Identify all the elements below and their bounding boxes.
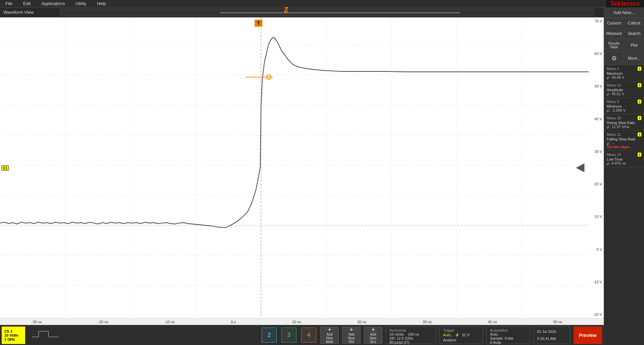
ch1-info[interactable]: Ch 1 10 V/div 1 GHz: [2, 327, 25, 344]
meas-10-value: µ': 11.97 V/ns: [607, 125, 641, 129]
meas-12-item[interactable]: Meas 12 1 Amplitude µ': 45.61 V: [604, 81, 644, 98]
y-label-n20v: -20 V: [589, 312, 602, 317]
waveform-area: Waveform View T: [0, 7, 604, 345]
meas-11-error: Too few edges: [607, 145, 641, 149]
menu-edit[interactable]: Edit: [21, 0, 33, 7]
acquisition-label: Acquisition: [490, 328, 526, 332]
acquisition-mode: Auto,: [490, 332, 526, 336]
ch1-indicator[interactable]: C1: [2, 165, 9, 170]
ch1-waveform-icon: [29, 327, 62, 344]
x-label-n20ns: -20 ns: [98, 320, 108, 324]
meas-11-type: Falling Slew Rate: [607, 137, 641, 141]
meas-13-name: Meas 13: [607, 153, 621, 157]
x-label-50ns: 50 ns: [553, 320, 562, 324]
y-label-n10v: -10 V: [589, 280, 602, 284]
x-label-20ns: 20 ns: [357, 320, 366, 324]
menu-utility[interactable]: Utility: [73, 0, 88, 7]
add-new-ref-btn[interactable]: + Add New Ref: [342, 327, 361, 344]
x-axis-labels: -30 ns -20 ns -10 ns 0,s 10 ns 20 ns 30 …: [0, 318, 604, 325]
svg-rect-0: [0, 17, 589, 318]
add-new-math-btn[interactable]: + Add New Math: [320, 327, 339, 344]
meas-10-type: Rising Slew Rate: [607, 121, 641, 125]
menu-file[interactable]: File: [3, 0, 14, 7]
trigger-mode: Auto, ⚡ 32 V: [443, 333, 479, 337]
results-table-button[interactable]: ResultsTable: [604, 39, 624, 52]
y-label-60v: 60 V: [589, 52, 602, 56]
timeline-range: [220, 12, 460, 13]
svg-text:T: T: [257, 20, 260, 26]
trigger-info[interactable]: Trigger Auto, ⚡ 32 V Analyze: [439, 327, 483, 344]
meas-13-item[interactable]: Meas 13 1 Low Time µ': 4.975 ns: [604, 151, 644, 167]
acquisition-info[interactable]: Acquisition Auto, Sample: 8 bits 0 Acqs: [486, 327, 530, 344]
right-panel: Add New... Cursors Callout Measure Searc…: [604, 7, 644, 345]
ch1-freq: 1 GHz: [4, 337, 22, 341]
measure-search-row: Measure Search: [604, 28, 644, 39]
horizontal-pspt: 80 ps/pt (IT): [389, 340, 432, 344]
meas-2-name: Meas 2: [607, 67, 619, 71]
cursors-button[interactable]: Cursors: [604, 18, 624, 28]
waveform-header: Waveform View T: [0, 7, 604, 17]
menu-help[interactable]: Help: [95, 0, 108, 7]
meas-12-type: Amplitude: [607, 88, 641, 92]
acquisition-acqs: 0 Acqs: [490, 340, 526, 344]
btn-2[interactable]: 2: [262, 328, 277, 343]
btn-4[interactable]: 4: [301, 328, 316, 343]
datetime-time: 5:33:41 AM: [537, 337, 567, 341]
btn-3[interactable]: 3: [281, 328, 297, 343]
measure-button[interactable]: Measure: [604, 28, 624, 39]
x-label-0s: 0,s: [231, 320, 236, 324]
ch1-vdiv: 10 V/div: [4, 333, 22, 337]
meas-13-badge: 1: [638, 153, 641, 157]
more-button[interactable]: More...: [624, 52, 644, 65]
acquisition-bits: Sample: 8 bits: [490, 336, 526, 340]
measurements-list: Meas 2 1 Maximum µ': 49.80 V Meas 12 1 A…: [604, 65, 644, 167]
meas-10-item[interactable]: Meas 10 1 Rising Slew Rate µ': 11.97 V/n…: [604, 114, 644, 131]
meas-12-badge: 1: [638, 83, 641, 87]
meas-3-value: µ': -1.000 V: [607, 108, 641, 112]
meas-13-value: µ': 4.975 ns: [607, 161, 641, 165]
graph-container: T 70 V 60 V 50 V 40 V 30 V 20 V 10 V 0 V…: [0, 17, 604, 318]
menu-bar: File Edit Applications Utility Help Tekt…: [0, 0, 644, 7]
y-label-40v: 40 V: [589, 117, 602, 121]
gear-button[interactable]: ⚙: [604, 52, 624, 65]
meas-11-value: µ': --: [607, 141, 641, 145]
search-button[interactable]: Search: [624, 28, 644, 39]
menu-applications[interactable]: Applications: [39, 0, 67, 7]
meas-2-type: Maximum: [607, 71, 641, 75]
meas-2-badge: 1: [638, 67, 641, 71]
plot-button[interactable]: Plot: [624, 39, 644, 52]
horizontal-sr: SR: 12.5 GS/s: [389, 336, 432, 340]
meas-10-badge: 1: [638, 116, 641, 120]
preview-button[interactable]: Preview: [574, 327, 602, 344]
callout-button[interactable]: Callout: [624, 18, 644, 28]
gear-more-row: ⚙ More...: [604, 52, 644, 65]
meas-3-badge: 1: [638, 100, 641, 104]
timeline-indicator: [284, 7, 288, 10]
meas-3-type: Minimum: [607, 104, 641, 108]
trigger-analyze: Analyze: [443, 338, 479, 342]
datetime-date: 02 Jul 2024: [537, 330, 567, 334]
meas-11-item[interactable]: Meas 11 1 Falling Slew Rate µ': -- Too f…: [604, 131, 644, 151]
bottom-bar: Ch 1 10 V/div 1 GHz 2 3 4: [0, 325, 604, 345]
meas-3-item[interactable]: Meas 3 1 Minimum µ': -1.000 V: [604, 98, 644, 114]
ch1-label: Ch 1: [4, 329, 22, 333]
meas-10-name: Meas 10: [607, 116, 621, 120]
add-new-bus-btn[interactable]: + Add New Bus: [364, 327, 382, 344]
y-label-30v: 30 V: [589, 150, 602, 154]
add-new-button[interactable]: Add New...: [604, 7, 644, 18]
meas-12-name: Meas 12: [607, 83, 621, 87]
x-label-10ns: 10 ns: [292, 320, 301, 324]
meas-13-type: Low Time: [607, 157, 641, 161]
y-label-0v: 0 V: [589, 247, 602, 251]
y-label-20v: 20 V: [589, 182, 602, 186]
meas-11-badge: 1: [638, 132, 641, 136]
x-label-30ns: 30 ns: [423, 320, 432, 324]
timeline-marker-t: T: [284, 10, 288, 13]
x-label-n30ns: -30 ns: [32, 320, 42, 324]
y-label-70v: 70 V: [589, 19, 602, 23]
meas-2-item[interactable]: Meas 2 1 Maximum µ': 49.80 V: [604, 65, 644, 81]
y-label-50v: 50 V: [589, 84, 602, 88]
horizontal-info[interactable]: Horizontal 10 ns/div 100 ns SR: 12.5 GS/…: [386, 327, 436, 344]
cursors-callout-row: Cursors Callout: [604, 18, 644, 28]
timeline-bar[interactable]: T: [60, 9, 594, 16]
